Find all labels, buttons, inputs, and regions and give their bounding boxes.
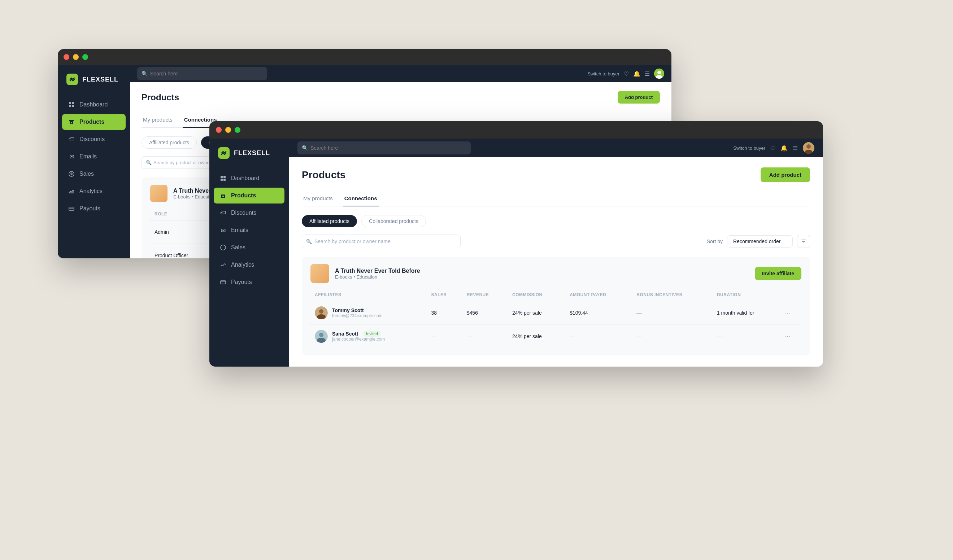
heart-icon-back[interactable]: ♡ — [624, 70, 629, 77]
app-top-bar-back: 🔍 Switch to buyer ♡ 🔔 ☰ — [130, 65, 671, 82]
search-input-back[interactable] — [137, 67, 267, 80]
sidebar-item-products-front[interactable]: Products — [214, 188, 284, 203]
app-top-bar-front: 🔍 Switch to buyer ♡ 🔔 ☰ — [289, 138, 823, 157]
sub-tabs-front: Affiliated products Collaborated product… — [302, 215, 810, 227]
cell-duration-front-0: 1 month valid for — [712, 301, 781, 325]
sidebar-label-dashboard-back: Dashboard — [79, 101, 107, 108]
sidebar-item-dashboard-front[interactable]: Dashboard — [214, 170, 284, 186]
search-wrapper-back: 🔍 — [137, 67, 267, 80]
sidebar-label-discounts-front: Discounts — [231, 209, 256, 216]
avatar-front[interactable] — [803, 142, 814, 154]
sort-select-front[interactable]: Recommended order — [727, 235, 793, 248]
sidebar-item-emails-front[interactable]: ✉ Emails — [214, 222, 284, 238]
sidebar-item-analytics-front[interactable]: Analytics — [214, 257, 284, 273]
sidebar-label-sales-back: Sales — [79, 171, 94, 177]
product-card-front: A Truth Never Ever Told Before E-books •… — [302, 257, 810, 355]
sidebar-item-emails-back[interactable]: ✉ Emails — [62, 149, 126, 164]
svg-point-22 — [806, 144, 811, 149]
cell-user-front-0: Tommy Scott tommy@234example.com — [310, 301, 427, 325]
affiliates-table-front: AFFILIATES SALES REVENUE COMMISSION AMOU… — [310, 289, 801, 348]
sidebar-label-sales-front: Sales — [231, 244, 245, 251]
dashboard-icon-back — [68, 101, 75, 108]
user-name-front-0: Tommy Scott — [332, 307, 383, 313]
switch-to-buyer-back[interactable]: Switch to buyer — [587, 71, 619, 76]
user-avatar-front-0 — [315, 306, 328, 320]
sub-tab-affiliated-front[interactable]: Affiliated products — [302, 215, 357, 227]
sidebar-label-analytics-front: Analytics — [231, 262, 254, 268]
more-icon-front-0[interactable]: ··· — [785, 309, 790, 316]
col-bonus-front: BONUS INCENTIVES — [632, 289, 712, 301]
product-info-front: A Truth Never Ever Told Before E-books •… — [310, 264, 420, 283]
table-row-front-1: Sana Scott Invited jane.cooper@example.c… — [310, 325, 801, 348]
switch-to-buyer-front[interactable]: Switch to buyer — [733, 146, 765, 151]
cell-amount-payed-front-1: — — [565, 325, 632, 348]
bell-icon-back[interactable]: 🔔 — [633, 70, 640, 77]
products-icon-front — [219, 192, 227, 199]
sidebar-item-analytics-back[interactable]: Analytics — [62, 183, 126, 199]
traffic-lights-back — [64, 54, 88, 60]
sort-label-front: Sort by — [707, 239, 723, 244]
logo-icon-front — [218, 147, 230, 159]
tab-my-products-back[interactable]: My products — [141, 112, 174, 128]
search-input-front[interactable] — [298, 141, 471, 154]
bell-icon-front[interactable]: 🔔 — [781, 145, 788, 152]
content-search-front: 🔍 — [302, 234, 461, 248]
traffic-light-yellow[interactable] — [73, 54, 79, 60]
sidebar-item-products-back[interactable]: Products — [62, 114, 126, 130]
svg-rect-17 — [220, 178, 223, 181]
traffic-light-green-front[interactable] — [234, 127, 241, 133]
traffic-light-red-front[interactable] — [216, 127, 222, 133]
sidebar-item-discounts-front[interactable]: 🏷 Discounts — [214, 205, 284, 221]
sub-tab-affiliated-back[interactable]: Affiliated products — [141, 137, 197, 149]
sidebar-nav-back: Dashboard Products 🏷 Discounts ✉ — [58, 97, 130, 217]
traffic-light-yellow-front[interactable] — [225, 127, 231, 133]
sidebar-label-discounts-back: Discounts — [79, 136, 105, 143]
product-category-front: E-books • Education — [335, 274, 420, 280]
sidebar-item-payouts-back[interactable]: Payouts — [62, 201, 126, 217]
heart-icon-front[interactable]: ♡ — [770, 145, 775, 152]
sidebar-logo-back: FLEXSELL — [58, 74, 130, 97]
menu-icon-back[interactable]: ☰ — [645, 70, 650, 77]
more-icon-front-1[interactable]: ··· — [785, 333, 790, 340]
avatar-back[interactable] — [654, 68, 664, 79]
cell-more-front-1[interactable]: ··· — [781, 325, 801, 348]
sidebar-item-payouts-front[interactable]: Payouts — [214, 274, 284, 290]
col-amount-payed-front: AMOUNT PAYED — [565, 289, 632, 301]
traffic-light-green[interactable] — [82, 54, 88, 60]
invite-affiliate-btn-front[interactable]: Invite affiliate — [755, 267, 801, 280]
sort-row-front: Sort by Recommended order — [707, 235, 810, 248]
sub-tab-collaborated-front[interactable]: Collaborated products — [362, 215, 426, 227]
logo-icon-back — [67, 74, 78, 85]
page-header-front: Products Add product — [302, 168, 810, 182]
add-product-btn-back[interactable]: Add product — [618, 91, 660, 104]
add-product-btn-front[interactable]: Add product — [761, 168, 810, 182]
col-actions-front — [781, 289, 801, 301]
sidebar-label-dashboard-front: Dashboard — [231, 175, 259, 181]
tab-my-products-front[interactable]: My products — [302, 191, 334, 206]
sidebar-label-payouts-back: Payouts — [79, 205, 100, 212]
svg-rect-5 — [69, 207, 74, 210]
discounts-icon-back: 🏷 — [68, 136, 75, 143]
payouts-icon-back — [68, 205, 75, 212]
sidebar-label-emails-back: Emails — [79, 154, 97, 160]
traffic-light-red[interactable] — [64, 54, 69, 60]
sidebar-item-sales-front[interactable]: Sales — [214, 240, 284, 256]
svg-rect-3 — [72, 105, 74, 107]
products-icon-back — [68, 118, 75, 126]
traffic-lights-front — [216, 127, 241, 133]
cell-amount-payed-front-0: $109.44 — [565, 301, 632, 325]
svg-rect-2 — [69, 105, 71, 107]
menu-icon-front[interactable]: ☰ — [793, 145, 798, 152]
svg-point-7 — [657, 71, 661, 74]
sidebar-item-dashboard-back[interactable]: Dashboard — [62, 97, 126, 113]
col-affiliates-front: AFFILIATES — [310, 289, 427, 301]
tab-connections-front[interactable]: Connections — [343, 191, 379, 206]
cell-more-front-0[interactable]: ··· — [781, 301, 801, 325]
sidebar-item-discounts-back[interactable]: 🏷 Discounts — [62, 131, 126, 147]
cell-revenue-front-1: — — [463, 325, 508, 348]
content-search-input-front[interactable] — [302, 234, 461, 248]
search-icon-front: 🔍 — [302, 145, 308, 151]
cell-duration-front-1: — — [712, 325, 781, 348]
filter-btn-front[interactable] — [797, 235, 810, 248]
sidebar-item-sales-back[interactable]: Sales — [62, 166, 126, 182]
